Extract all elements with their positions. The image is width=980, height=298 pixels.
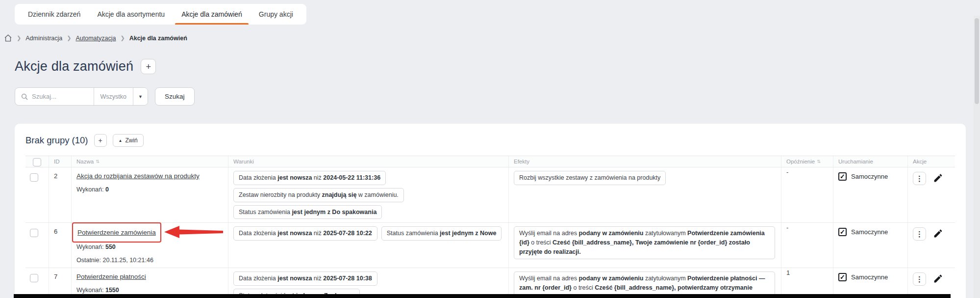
table-header: IDNazwa⇅WarunkiEfektyOpóźnienie⇅Uruchami…	[25, 156, 955, 167]
row-conditions-cell: Data złożenia jest nowsza niż 2024-05-22…	[228, 167, 509, 222]
autorun-control: ✓Samoczynne	[838, 273, 902, 281]
breadcrumb-item-administracja[interactable]: Administracja	[25, 35, 62, 42]
column-header-efekty[interactable]: Efekty	[509, 156, 781, 167]
column-header-warunki[interactable]: Warunki	[228, 156, 509, 167]
text-segment: Zestaw nierozbity na produkty	[239, 191, 322, 198]
search-control: Wszystko ▼	[15, 87, 148, 106]
tab-bar: Dziennik zdarzeńAkcje dla asortymentuAkc…	[15, 4, 306, 25]
autorun-label: Samoczynne	[851, 228, 888, 236]
row-name-cell: Akcja do rozbijania zestawów na produkty…	[72, 167, 228, 222]
vertical-scrollbar[interactable]	[974, 16, 980, 298]
row-autorun-cell: ✓Samoczynne	[833, 167, 908, 222]
autorun-label: Samoczynne	[851, 172, 888, 180]
text-segment: o treści	[572, 284, 595, 291]
row-conditions-cell: Data złożenia jest nowsza niż 2025-07-28…	[228, 223, 509, 268]
text-segment: w zamówieniu.	[356, 191, 398, 198]
add-to-group-button[interactable]: +	[94, 134, 107, 147]
row-select-cell	[25, 268, 49, 298]
autorun-checkbox[interactable]: ✓	[838, 228, 847, 236]
text-segment: zatytułowanym	[643, 230, 687, 237]
column-header-nazwa[interactable]: Nazwa⇅	[72, 156, 228, 167]
text-segment: 2025-07-28 10:22	[323, 230, 372, 237]
text-segment: znajdują się	[322, 191, 357, 198]
text-segment: jest jednym z Do spakowania	[292, 209, 377, 216]
text-segment: 1550	[105, 287, 119, 294]
tab-grupy-akcji[interactable]: Grupy akcji	[251, 4, 302, 25]
collapse-label: Zwiń	[125, 137, 137, 144]
edit-button[interactable]	[932, 228, 944, 240]
kebab-menu-icon: ⋮	[916, 275, 923, 284]
row-checkbox[interactable]	[30, 173, 38, 182]
action-name-link[interactable]: Akcja do rozbijania zestawów na produkty	[76, 172, 200, 180]
text-segment: niż	[312, 230, 323, 237]
condition-chip: Zestaw nierozbity na produkty znajdują s…	[233, 188, 404, 202]
search-filter-value[interactable]: Wszystko	[94, 88, 133, 105]
autorun-control: ✓Samoczynne	[838, 228, 902, 236]
autorun-label: Samoczynne	[851, 273, 888, 281]
sort-icon[interactable]: ⇅	[817, 159, 821, 164]
row-actions-cell: ⋮	[908, 268, 955, 298]
kebab-menu-icon: ⋮	[916, 174, 923, 183]
breadcrumb-item-automatyzacja[interactable]: Automatyzacja	[75, 35, 116, 42]
row-delay-cell: 1	[781, 268, 833, 298]
tab-akcje-dla-zamówień[interactable]: Akcje dla zamówień	[173, 4, 251, 25]
row-actions-cell: ⋮	[908, 223, 955, 268]
effect-chip: Rozbij wszystkie zestawy z zamówienia na…	[514, 171, 666, 185]
column-label: Opóźnienie	[786, 159, 815, 164]
select-all-checkbox[interactable]	[33, 158, 41, 166]
action-name-link[interactable]: Potwierdzenie zamówienia	[77, 229, 156, 236]
effect-chip: Wyślij email na adres podany w zamówieni…	[514, 226, 775, 259]
text-segment: jest nowsza	[277, 174, 312, 181]
row-conditions-cell: Data złożenia jest nowsza niż 2025-07-28…	[228, 268, 509, 298]
text-segment: podany w zamówieniu	[578, 275, 643, 282]
condition-chip: Data złożenia jest nowsza niż 2024-05-22…	[233, 171, 386, 185]
annotation-arrow-icon	[164, 225, 224, 240]
kebab-menu-button[interactable]: ⋮	[913, 272, 926, 286]
text-segment: Wyślij email na adres	[519, 230, 578, 237]
breadcrumb: ❯Administracja❯Automatyzacja❯Akcje dla z…	[4, 34, 187, 42]
text-segment: 2025-07-28 10:38	[323, 275, 372, 282]
collapse-icon: ▲	[119, 138, 123, 143]
text-segment: Data złożenia	[239, 275, 277, 282]
annotation-red-box: Potwierdzenie zamówienia	[72, 222, 161, 243]
home-icon[interactable]	[4, 34, 12, 42]
actions-table: IDNazwa⇅WarunkiEfektyOpóźnienie⇅Uruchami…	[25, 156, 955, 298]
column-header-id[interactable]: ID	[49, 156, 72, 167]
sort-icon[interactable]: ⇅	[96, 159, 100, 164]
text-segment: Status zamówienia	[239, 209, 292, 216]
search-button[interactable]: Szukaj	[155, 87, 195, 106]
row-select-cell	[25, 223, 49, 268]
text-segment: podany w zamówieniu	[578, 230, 643, 237]
row-actions-cell: ⋮	[908, 167, 955, 222]
text-segment: Rozbij wszystkie zestawy z zamówienia na…	[519, 174, 660, 181]
row-checkbox[interactable]	[30, 229, 38, 237]
bottom-dark-bar	[14, 294, 951, 298]
autorun-checkbox[interactable]: ✓	[838, 172, 847, 181]
scrollbar-thumb[interactable]	[975, 18, 979, 104]
row-effects-cell: Rozbij wszystkie zestawy z zamówienia na…	[509, 167, 781, 222]
edit-button[interactable]	[932, 273, 944, 285]
edit-pencil-icon	[933, 177, 943, 185]
column-header-opóźnienie[interactable]: Opóźnienie⇅	[781, 156, 833, 167]
chevron-down-icon: ▼	[138, 94, 143, 99]
add-action-button[interactable]: +	[141, 59, 156, 74]
row-checkbox[interactable]	[30, 274, 38, 282]
column-label: ID	[54, 159, 60, 164]
column-label: Akcje	[913, 159, 927, 164]
autorun-control: ✓Samoczynne	[838, 172, 902, 181]
kebab-menu-button[interactable]: ⋮	[913, 227, 926, 241]
kebab-menu-button[interactable]: ⋮	[913, 172, 926, 185]
column-header-akcje[interactable]: Akcje	[908, 156, 955, 167]
search-input[interactable]	[32, 88, 94, 105]
text-segment: Status zamówienia	[387, 230, 440, 237]
tab-akcje-dla-asortymentu[interactable]: Akcje dla asortymentu	[89, 4, 173, 25]
collapse-group-button[interactable]: ▲ Zwiń	[113, 134, 144, 147]
column-header-uruchamianie[interactable]: Uruchamianie	[833, 156, 908, 167]
autorun-checkbox[interactable]: ✓	[838, 273, 847, 281]
edit-button[interactable]	[932, 173, 944, 185]
filter-dropdown-button[interactable]: ▼	[133, 88, 148, 105]
action-name-link[interactable]: Potwierdzenie płatności	[76, 273, 146, 280]
row-delay-cell: -	[781, 167, 833, 222]
breadcrumb-separator: ❯	[17, 35, 21, 41]
tab-dziennik-zdarzeń[interactable]: Dziennik zdarzeń	[20, 4, 89, 25]
